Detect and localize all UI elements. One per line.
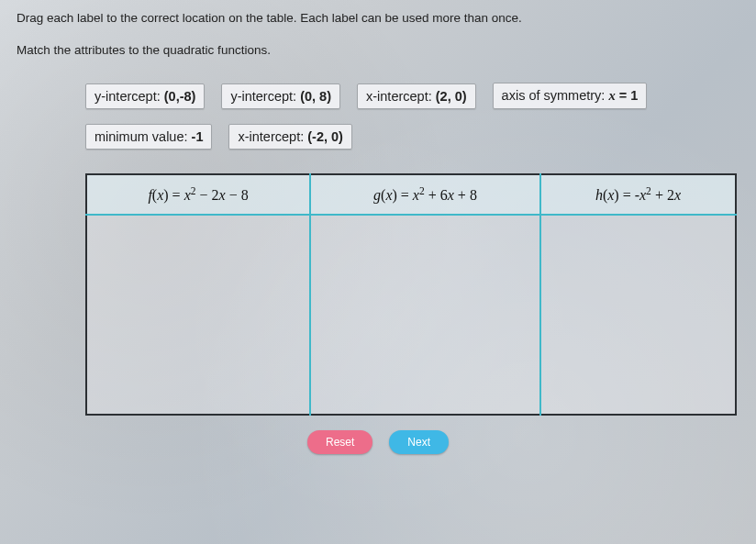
label-text: y-intercept: (94, 89, 164, 104)
term: + 6 (425, 187, 448, 203)
reset-button[interactable]: Reset (307, 430, 372, 454)
next-button[interactable]: Next (389, 430, 449, 454)
label-value: (-2, 0) (307, 129, 343, 144)
label-value: (0,-8) (164, 89, 196, 104)
drop-table-wrap: f(x) = x2 − 2x − 8 g(x) = x2 + 6x + 8 h(… (85, 173, 737, 416)
var-x: x (448, 187, 454, 203)
label-axis-of-symmetry[interactable]: axis of symmetry: x = 1 (493, 83, 648, 109)
label-value: (0, 8) (300, 89, 331, 104)
term: − 2 (196, 187, 219, 203)
button-row: Reset Next (17, 430, 739, 454)
instruction-line-2: Match the attributes to the quadratic fu… (17, 43, 739, 57)
label-x-intercept-2[interactable]: x-intercept: (2, 0) (357, 83, 476, 109)
label-var: x (608, 88, 615, 103)
instruction-line-1: Drag each label to the correct location … (17, 11, 739, 25)
label-text: axis of symmetry: (502, 88, 609, 103)
label-text: minimum value: (94, 129, 192, 144)
drop-zone-h[interactable] (540, 215, 736, 415)
label-minimum-value[interactable]: minimum value: -1 (85, 124, 212, 150)
term: + 2 (651, 187, 674, 203)
column-header-g: g(x) = x2 + 6x + 8 (310, 174, 540, 215)
eq: ) = (163, 187, 183, 203)
fn-name: h (595, 187, 603, 203)
drop-zone-g[interactable] (310, 215, 540, 415)
label-value: -1 (192, 129, 204, 144)
eq: ) = - (614, 187, 639, 203)
label-text: y-intercept: (230, 89, 300, 104)
var-x: x (219, 187, 226, 203)
drop-zone-f[interactable] (86, 215, 310, 415)
label-x-intercept-neg2[interactable]: x-intercept: (-2, 0) (228, 124, 351, 150)
term: + 8 (454, 187, 477, 203)
labels-row-2: minimum value: -1 x-intercept: (-2, 0) (85, 124, 739, 150)
drop-table: f(x) = x2 − 2x − 8 g(x) = x2 + 6x + 8 h(… (85, 173, 737, 416)
var-x: x (413, 187, 419, 203)
var-x: x (674, 187, 681, 203)
eq: ) = (392, 187, 412, 203)
label-y-intercept-8[interactable]: y-intercept: (0, 8) (221, 83, 340, 109)
term: − 8 (226, 187, 249, 203)
label-value: (2, 0) (436, 89, 467, 104)
column-header-h: h(x) = -x2 + 2x (540, 174, 736, 215)
label-text: x-intercept: (238, 129, 307, 144)
label-y-intercept-neg8[interactable]: y-intercept: (0,-8) (85, 83, 205, 109)
var-x: x (184, 187, 191, 203)
column-header-f: f(x) = x2 − 2x − 8 (86, 174, 310, 215)
label-text: x-intercept: (366, 89, 436, 104)
label-eq: = 1 (616, 88, 639, 103)
labels-row-1: y-intercept: (0,-8) y-intercept: (0, 8) … (85, 83, 739, 109)
fn-name: g (373, 187, 381, 203)
